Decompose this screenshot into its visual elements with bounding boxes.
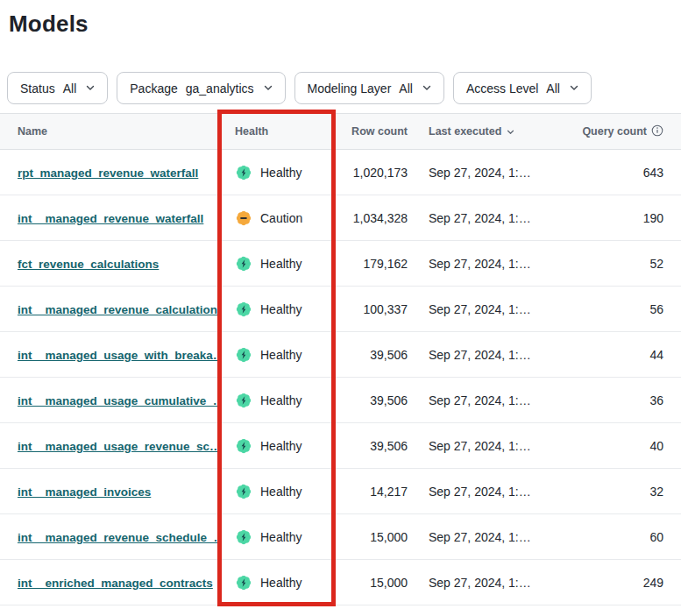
health-status-label: Healthy <box>260 393 301 407</box>
row-count-value: 15,000 <box>331 530 415 544</box>
chevron-down-icon <box>570 85 578 91</box>
row-count-value: 179,162 <box>331 257 415 271</box>
table-row: int__managed_usage_cumulative_… Healthy … <box>0 378 681 423</box>
healthy-status-icon <box>235 392 252 409</box>
healthy-status-icon <box>235 483 252 500</box>
healthy-status-icon <box>235 528 252 546</box>
last-executed-value: Sep 27, 2024, 1:… <box>415 393 556 407</box>
last-executed-value: Sep 27, 2024, 1:… <box>415 530 556 544</box>
filter-bar: Status All Package ga_analytics Modeling… <box>7 72 681 104</box>
page-title: Models <box>9 11 681 37</box>
table-row: rpt_managed_revenue_waterfall Healthy 1,… <box>0 150 681 195</box>
health-cell: Healthy <box>217 392 331 409</box>
filter-package-value: ga_analytics <box>186 81 254 96</box>
query-count-value: 249 <box>556 576 681 590</box>
query-count-value: 36 <box>556 393 681 407</box>
healthy-status-icon <box>235 346 252 364</box>
filter-modeling-layer-label: Modeling Layer <box>308 81 392 96</box>
row-count-value: 39,506 <box>331 348 415 362</box>
column-header-name[interactable]: Name <box>0 125 217 138</box>
table-row: fct_revenue_calculations Healthy 179,162… <box>0 241 681 287</box>
chevron-down-icon <box>422 85 431 91</box>
info-icon[interactable] <box>651 124 663 139</box>
model-name-link[interactable]: int__managed_usage_with_breaka… <box>18 349 217 362</box>
last-executed-value: Sep 27, 2024, 1:… <box>415 576 556 590</box>
column-header-last-executed[interactable]: Last executed <box>415 125 556 138</box>
filter-status[interactable]: Status All <box>7 72 108 104</box>
query-count-value: 44 <box>556 348 681 362</box>
filter-status-label: Status <box>20 81 55 96</box>
healthy-status-icon <box>235 574 252 591</box>
query-count-value: 643 <box>556 166 681 180</box>
column-header-query-count[interactable]: Query count <box>556 124 681 139</box>
table-header: Name Health Row count Last executed Quer… <box>0 114 681 150</box>
row-count-value: 39,506 <box>331 439 415 453</box>
chevron-down-icon <box>86 85 95 91</box>
model-name-link[interactable]: int__enriched_managed_contracts <box>18 577 213 590</box>
last-executed-value: Sep 27, 2024, 1:… <box>415 485 556 499</box>
column-header-last-executed-label: Last executed <box>429 125 501 138</box>
filter-package-label: Package <box>130 81 177 96</box>
table-row: int__managed_invoices Healthy 14,217 Sep… <box>0 469 681 514</box>
model-name-link[interactable]: int__managed_revenue_waterfall <box>18 212 203 225</box>
model-name-link[interactable]: int__managed_invoices <box>18 485 151 499</box>
table-row: int__managed_revenue_waterfall Caution 1… <box>0 195 681 241</box>
health-status-label: Healthy <box>260 576 301 590</box>
health-status-label: Healthy <box>260 530 301 544</box>
table-row: int__managed_usage_revenue_sc… Healthy 3… <box>0 423 681 469</box>
row-count-value: 1,034,328 <box>331 211 415 225</box>
health-cell: Healthy <box>217 164 331 181</box>
table-body: rpt_managed_revenue_waterfall Healthy 1,… <box>0 150 681 605</box>
row-count-value: 100,337 <box>331 302 415 316</box>
column-header-row-count[interactable]: Row count <box>331 125 415 138</box>
last-executed-value: Sep 27, 2024, 1:… <box>415 348 556 362</box>
filter-modeling-layer-value: All <box>399 81 413 96</box>
healthy-status-icon <box>235 164 252 181</box>
table-row: int__enriched_managed_contracts Healthy … <box>0 560 681 605</box>
last-executed-value: Sep 27, 2024, 1:… <box>415 166 556 180</box>
query-count-value: 52 <box>556 257 681 271</box>
healthy-status-icon <box>235 437 252 455</box>
query-count-value: 32 <box>556 485 681 499</box>
model-name-link[interactable]: int__managed_revenue_calculations <box>18 303 217 316</box>
last-executed-value: Sep 27, 2024, 1:… <box>415 302 556 316</box>
chevron-down-icon <box>264 85 273 91</box>
healthy-status-icon <box>235 301 252 318</box>
health-cell: Healthy <box>217 483 331 500</box>
health-cell: Healthy <box>217 346 331 364</box>
filter-modeling-layer[interactable]: Modeling Layer All <box>294 72 444 104</box>
chevron-down-sort-icon[interactable] <box>507 125 514 138</box>
row-count-value: 1,020,173 <box>331 166 415 180</box>
model-name-link[interactable]: int__managed_usage_cumulative_… <box>18 394 217 407</box>
table-row: int__managed_revenue_schedule_… Healthy … <box>0 514 681 560</box>
filter-status-value: All <box>63 81 77 96</box>
caution-status-icon <box>235 209 252 227</box>
table-row: int__managed_usage_with_breaka… Healthy … <box>0 332 681 378</box>
health-cell: Caution <box>217 209 331 227</box>
health-cell: Healthy <box>217 528 331 546</box>
query-count-value: 40 <box>556 439 681 453</box>
filter-access-level[interactable]: Access Level All <box>453 72 592 104</box>
health-cell: Healthy <box>217 255 331 273</box>
last-executed-value: Sep 27, 2024, 1:… <box>415 211 556 225</box>
table-row: int__managed_revenue_calculations Health… <box>0 287 681 332</box>
health-cell: Healthy <box>217 574 331 591</box>
health-status-label: Caution <box>260 211 302 225</box>
health-status-label: Healthy <box>260 485 301 499</box>
model-name-link[interactable]: fct_revenue_calculations <box>18 258 159 271</box>
column-header-health[interactable]: Health <box>217 125 331 138</box>
healthy-status-icon <box>235 255 252 273</box>
last-executed-value: Sep 27, 2024, 1:… <box>415 257 556 271</box>
query-count-value: 190 <box>556 211 681 225</box>
row-count-value: 15,000 <box>331 576 415 590</box>
model-name-link[interactable]: int__managed_usage_revenue_sc… <box>18 440 217 453</box>
query-count-value: 56 <box>556 302 681 316</box>
health-status-label: Healthy <box>260 166 301 180</box>
health-cell: Healthy <box>217 301 331 318</box>
model-name-link[interactable]: int__managed_revenue_schedule_… <box>18 531 217 544</box>
row-count-value: 39,506 <box>331 393 415 407</box>
filter-access-level-value: All <box>546 81 560 96</box>
model-name-link[interactable]: rpt_managed_revenue_waterfall <box>18 166 198 180</box>
query-count-value: 60 <box>556 530 681 544</box>
filter-package[interactable]: Package ga_analytics <box>117 72 285 104</box>
